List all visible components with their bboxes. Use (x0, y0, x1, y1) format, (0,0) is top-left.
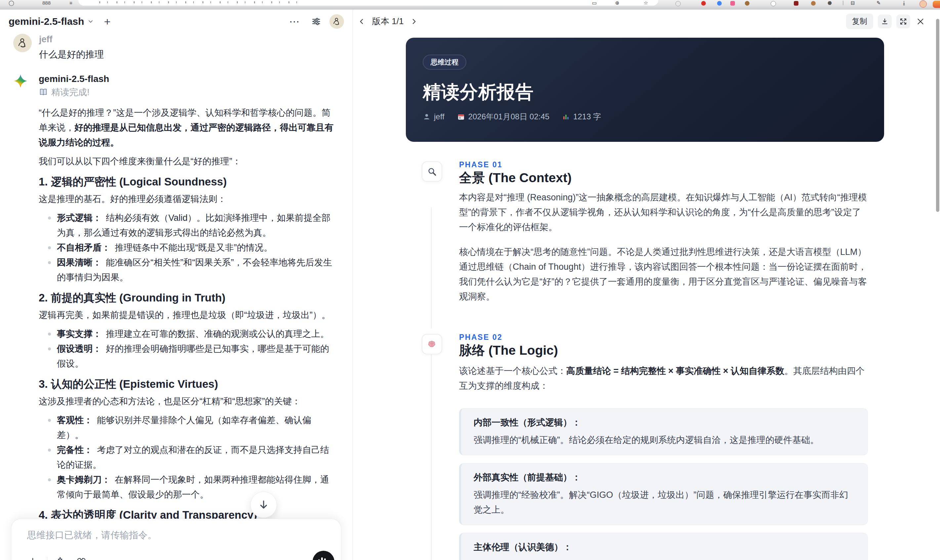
section-bullets-2: 事实支撑：推理建立在可靠的数据、准确的观测或公认的真理之上。 假设透明：好的推理… (39, 327, 333, 371)
section-desc-1: 这是推理的基石。好的推理必须遵循逻辑法则： (39, 192, 333, 207)
bullet-item: 形式逻辑：结构必须有效（Valid）。比如演绎推理中，如果前提全部为真，那么通过… (57, 211, 333, 240)
magnifier-icon (422, 162, 442, 182)
user-name: jeff (39, 34, 104, 45)
browser-chrome: ◯ 888 ≡ ▭ ⊕ ☆ ⬣ ⊟ ✎ ⭳ (0, 0, 940, 9)
gemini-sparkle-icon (13, 73, 28, 560)
phase-2-formula: 该论述基于一个核心公式：高质量结论 = 结构完整性 × 事实准确性 × 认知自律… (459, 364, 868, 393)
bullet-item: 事实支撑：推理建立在可靠的数据、准确的观测或公认的真理之上。 (57, 327, 333, 342)
edit-pencil-icon[interactable]: ✎ (877, 0, 881, 5)
artifact-panel: 版本 1/1 复制 (353, 9, 940, 560)
bullet-item: 客观性：能够识别并尽量排除个人偏见（如幸存者偏差、确认偏差）。 (57, 413, 333, 443)
voice-input-button[interactable] (313, 551, 334, 560)
close-artifact-button[interactable] (915, 16, 926, 27)
bar-chart-icon (562, 113, 570, 121)
extension-icon-pink[interactable] (730, 1, 735, 6)
section-title-1: 1. 逻辑的严密性 (Logical Soundness) (39, 174, 333, 189)
expand-arrows-icon (899, 17, 907, 25)
arrow-down-icon (258, 499, 269, 511)
meta-date: 2026年01月08日 02:45 (457, 111, 550, 122)
profile-avatar-icon[interactable] (920, 0, 927, 8)
chat-panel: gemini-2.5-flash + ⋯ (0, 9, 353, 560)
user-message-avatar (13, 34, 32, 52)
phase-1-paragraph: 本内容是对“推理 (Reasoning)”这一抽象概念的高层建模。在知识爆炸与人… (459, 190, 868, 235)
more-options-button[interactable]: ⋯ (287, 15, 302, 28)
side-panel-icon[interactable]: ⊟ (851, 0, 855, 5)
phase-1-title: 全景 (The Context) (459, 169, 868, 186)
bullet-item: 奥卡姆剃刀：在解释同一个现象时，如果两种推理都能站得住脚，通常倾向于最简单、假设… (57, 472, 333, 502)
phase-2-label: PHASE 02 (459, 332, 868, 342)
browser-back-icon[interactable]: ◯ (9, 0, 14, 5)
model-name: gemini-2.5-flash (9, 16, 84, 27)
app-window: ◯ 888 ≡ ▭ ⊕ ☆ ⬣ ⊟ ✎ ⭳ gemini-2.5-flash (0, 0, 940, 560)
browser-app-icon[interactable] (933, 1, 940, 8)
user-avatar[interactable] (330, 14, 344, 29)
version-next-button[interactable] (408, 16, 419, 27)
report-hero-card: 思维过程 精读分析报告 jeff 2 (406, 38, 884, 142)
copy-button[interactable]: 复制 (846, 14, 873, 29)
section-desc-2: 逻辑再完美，如果前提是错误的，推理也是垃圾（即“垃圾进，垃圾出”）。 (39, 308, 333, 323)
chat-scroll-area[interactable]: jeff 什么是好的推理 (0, 33, 353, 560)
message-composer[interactable]: 思维接口已就绪，请传输指令。 (11, 518, 341, 560)
section-bullets-3: 客观性：能够识别并尽量排除个人偏见（如幸存者偏差、确认偏差）。 完备性：考虑了对… (39, 413, 333, 502)
extension-icon-brown[interactable] (745, 1, 749, 6)
report-meta: jeff 2026年01月08日 02:45 121 (423, 111, 884, 122)
translate-icon[interactable]: ⊕ (615, 0, 619, 5)
user-message: jeff 什么是好的推理 (13, 34, 333, 61)
bullet-item: 完备性：考虑了对立的观点和潜在的反证，而不是只选择支持自己结论的证据。 (57, 443, 333, 472)
section-title-2: 2. 前提的真实性 (Grounding in Truth) (39, 290, 333, 305)
phase-1-label: PHASE 01 (459, 160, 868, 169)
extension-icon-blue[interactable] (717, 1, 722, 6)
download-icon (881, 17, 889, 25)
extension-icon-cat[interactable] (770, 1, 776, 6)
phase-2-section: PHASE 02 脉络 (The Logic) 该论述基于一个核心公式：高质量结… (353, 332, 940, 560)
toolbar-divider (843, 1, 843, 5)
extension-icon-darkred[interactable] (794, 1, 798, 6)
dimension-card-2: 外部真实性（前提基础）： 强调推理的“经验校准”。解决“GIGO（垃圾进，垃圾出… (459, 463, 868, 525)
browser-menu-icon[interactable]: ≡ (69, 0, 72, 5)
meta-author: jeff (423, 112, 445, 122)
browser-tab-icon[interactable]: 888 (42, 0, 51, 5)
expand-button[interactable] (896, 15, 910, 28)
assistant-name: gemini-2.5-flash (39, 74, 333, 84)
attach-plus-button[interactable] (27, 556, 39, 560)
section-desc-3: 这涉及推理者的心态和方法论，也是区分“杠精”和“思想家”的关键： (39, 394, 333, 409)
composer-divider (47, 557, 47, 560)
report-title: 精读分析报告 (423, 81, 884, 103)
extensions-puzzle-icon[interactable]: ⬣ (828, 0, 832, 5)
waveform-bar (321, 557, 323, 560)
download-button[interactable] (878, 15, 892, 28)
brain-icon (422, 334, 442, 354)
model-settings-sliders-icon[interactable] (311, 16, 322, 27)
artifact-scroll-area[interactable]: 思维过程 精读分析报告 jeff 2 (353, 33, 940, 560)
phase-1-section: PHASE 01 全景 (The Context) 本内容是对“推理 (Reas… (353, 160, 940, 314)
frame-capture-button[interactable] (76, 556, 87, 560)
report-badge: 思维过程 (423, 55, 466, 70)
extension-icon-brown2[interactable] (811, 1, 816, 6)
skills-sparkle-button[interactable] (56, 556, 67, 560)
bookmark-star-icon[interactable]: ☆ (644, 0, 648, 5)
dimension-card-3: 主体伦理（认识美德）： 转向推理者的心理特征。引入奥卡姆剃刀和反向论证，旨在克服… (459, 533, 868, 560)
card-icon[interactable]: ▭ (592, 0, 597, 5)
assistant-status-text: 精读完成! (51, 86, 89, 98)
bullet-item: 假设透明：好的推理会明确指明哪些是已知事实，哪些是基于可能的假设。 (57, 342, 333, 371)
version-prev-button[interactable] (356, 16, 367, 27)
meta-wordcount: 1213 字 (562, 111, 601, 122)
book-icon (39, 88, 48, 97)
section-bullets-1: 形式逻辑：结构必须有效（Valid）。比如演绎推理中，如果前提全部为真，那么通过… (39, 211, 333, 285)
chat-header: gemini-2.5-flash + ⋯ (0, 9, 353, 33)
bullet-item: 因果清晰：能准确区分“相关性”和“因果关系”，不会轻率地将先后发生的事情归为因果… (57, 255, 333, 285)
close-icon (916, 17, 925, 26)
url-text-fragment (99, 2, 304, 3)
new-chat-button[interactable]: + (104, 16, 111, 27)
scroll-to-bottom-button[interactable] (250, 492, 277, 518)
vertical-scrollbar[interactable] (936, 19, 939, 212)
model-selector[interactable]: gemini-2.5-flash (9, 16, 94, 27)
artifact-toolbar: 版本 1/1 复制 (353, 9, 940, 33)
section-title-3: 3. 认知的公正性 (Epistemic Virtues) (39, 377, 333, 392)
extension-icon[interactable] (675, 1, 681, 6)
downloads-tray-icon[interactable]: ⭳ (901, 0, 907, 5)
phase-1-paragraph: 核心情境在于解决“思考的随意性”问题。不论是人类通过批判性思维进行决策，还是大语… (459, 245, 868, 304)
extension-icon-red[interactable] (701, 1, 706, 6)
assistant-status: 精读完成! (39, 86, 333, 98)
user-message-text: 什么是好的推理 (39, 48, 104, 61)
